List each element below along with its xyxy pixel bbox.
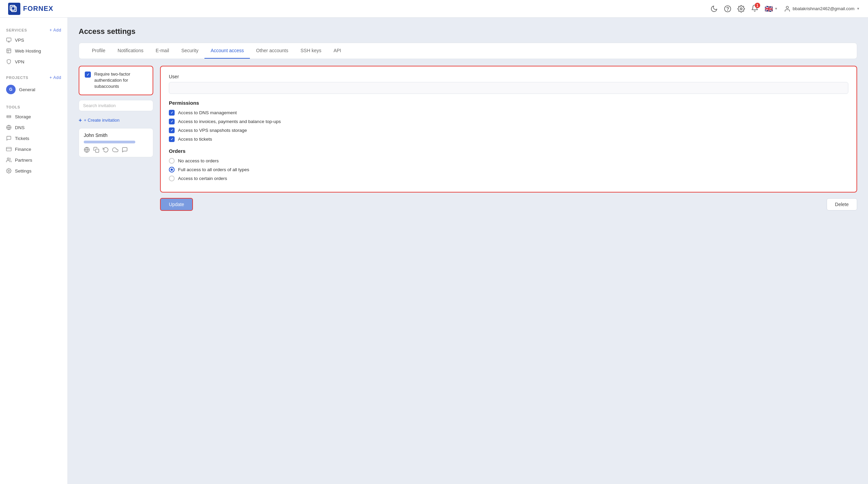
order-full-access-label: Full access to all orders of all types xyxy=(178,167,249,172)
services-label: SERVICES xyxy=(6,28,27,32)
user-icon xyxy=(784,5,791,12)
sidebar-item-general[interactable]: G General xyxy=(0,82,67,97)
tab-api[interactable]: API xyxy=(328,43,348,59)
delete-button[interactable]: Delete xyxy=(827,198,857,210)
perm-invoices-checkbox[interactable] xyxy=(169,119,175,124)
perm-tickets-checkbox[interactable] xyxy=(169,136,175,142)
dns-icon xyxy=(6,125,12,130)
user-input[interactable] xyxy=(169,82,848,94)
vpn-icon xyxy=(6,59,12,64)
tickets-label: Tickets xyxy=(15,136,29,141)
order-no-access[interactable]: No access to orders xyxy=(169,158,848,164)
language-selector[interactable]: 🇬🇧 ▼ xyxy=(765,5,778,13)
orders-section: Orders No access to orders Full access t… xyxy=(169,148,848,181)
settings-icon xyxy=(6,168,12,174)
user-field-label: User xyxy=(169,74,848,79)
finance-icon xyxy=(6,146,12,152)
tab-ssh-keys[interactable]: SSH keys xyxy=(294,43,327,59)
invitation-progress-bar xyxy=(84,141,135,143)
finance-label: Finance xyxy=(15,147,31,152)
add-project-button[interactable]: + Add xyxy=(50,75,61,80)
perm-dns-checkbox[interactable] xyxy=(169,110,175,116)
sidebar-item-tickets[interactable]: Tickets xyxy=(0,133,67,144)
add-service-button[interactable]: + Add xyxy=(50,28,61,33)
tab-notifications[interactable]: Notifications xyxy=(112,43,150,59)
notification-count: 1 xyxy=(755,3,760,8)
dark-mode-icon[interactable] xyxy=(710,5,718,13)
tools-section: TOOLS xyxy=(0,105,67,109)
partners-label: Partners xyxy=(15,158,32,163)
globe-icon[interactable] xyxy=(84,147,90,153)
order-certain-orders-radio[interactable] xyxy=(169,176,175,181)
user-account-button[interactable]: bbalakrishnan2462@gmail.com ▼ xyxy=(784,5,860,12)
require-2fa-card[interactable]: Require two-factor authentication for su… xyxy=(79,66,153,95)
plus-icon: + xyxy=(79,117,82,123)
tab-profile[interactable]: Profile xyxy=(86,43,112,59)
perm-vps-label: Access to VPS snapshots storage xyxy=(178,128,247,133)
notification-bell[interactable]: 1 xyxy=(751,4,758,13)
brand-logo-icon xyxy=(8,3,20,15)
tools-label: TOOLS xyxy=(6,105,20,109)
access-body: Require two-factor authentication for su… xyxy=(79,66,857,211)
sidebar-item-web-hosting[interactable]: Web Hosting xyxy=(0,45,67,56)
perm-vps-checkbox[interactable] xyxy=(169,127,175,133)
copy-icon[interactable] xyxy=(93,147,99,153)
create-invitation-button[interactable]: + + Create invitation xyxy=(79,115,153,126)
sidebar-item-finance[interactable]: Finance xyxy=(0,144,67,155)
invitation-name: John Smith xyxy=(84,133,148,138)
user-email: bbalakrishnan2462@gmail.com xyxy=(793,6,854,11)
main-content: Access settings Profile Notifications E-… xyxy=(68,18,868,484)
svg-rect-10 xyxy=(7,49,11,53)
chevron-down-icon: ▼ xyxy=(774,7,778,11)
page-title: Access settings xyxy=(79,27,857,36)
brand-name: FORNEX xyxy=(23,5,53,13)
order-no-access-radio[interactable] xyxy=(169,158,175,164)
tab-email[interactable]: E-mail xyxy=(150,43,175,59)
sidebar-item-vpn[interactable]: VPN xyxy=(0,56,67,67)
invitation-card[interactable]: John Smith xyxy=(79,128,153,157)
sidebar-item-partners[interactable]: Partners xyxy=(0,155,67,165)
sidebar-item-dns[interactable]: DNS xyxy=(0,122,67,133)
help-icon[interactable] xyxy=(724,5,731,13)
tab-security[interactable]: Security xyxy=(175,43,205,59)
left-panel: Require two-factor authentication for su… xyxy=(79,66,153,157)
svg-point-6 xyxy=(786,6,788,8)
orders-section-title: Orders xyxy=(169,148,848,154)
svg-rect-21 xyxy=(96,149,99,152)
update-button[interactable]: Update xyxy=(160,198,193,211)
partners-icon xyxy=(6,157,12,163)
svg-rect-7 xyxy=(6,38,11,41)
cloud-icon[interactable] xyxy=(112,147,118,153)
perm-vps: Access to VPS snapshots storage xyxy=(169,127,848,133)
order-full-access-radio[interactable] xyxy=(169,167,175,173)
brand-logo[interactable]: FORNEX xyxy=(8,3,53,15)
order-certain-orders[interactable]: Access to certain orders xyxy=(169,176,848,181)
nav-right: 1 🇬🇧 ▼ bbalakrishnan2462@gmail.com ▼ xyxy=(710,4,860,13)
require-2fa-text: Require two-factor authentication for su… xyxy=(94,71,147,90)
sidebar-item-storage[interactable]: Storage xyxy=(0,111,67,122)
sidebar-item-settings[interactable]: Settings xyxy=(0,165,67,176)
vpn-label: VPN xyxy=(15,59,24,64)
services-section: SERVICES + Add xyxy=(0,28,67,33)
web-hosting-label: Web Hosting xyxy=(15,48,41,54)
user-chevron-icon: ▼ xyxy=(856,7,860,11)
perm-tickets-label: Access to tickets xyxy=(178,137,212,142)
sidebar-item-vps[interactable]: VPS xyxy=(0,35,67,45)
bottom-actions: Update Delete xyxy=(160,198,857,211)
chat-icon[interactable] xyxy=(122,147,128,153)
svg-rect-15 xyxy=(6,147,12,151)
settings-nav-icon[interactable] xyxy=(737,5,745,13)
perm-dns-label: Access to DNS management xyxy=(178,110,237,115)
permissions-card: User Permissions Access to DNS managemen… xyxy=(160,66,857,193)
perm-tickets: Access to tickets xyxy=(169,136,848,142)
tab-account-access[interactable]: Account access xyxy=(204,43,250,59)
search-invitation-input[interactable] xyxy=(79,100,153,111)
svg-point-17 xyxy=(7,158,9,160)
refresh-icon[interactable] xyxy=(103,147,109,153)
general-avatar: G xyxy=(6,85,16,94)
projects-label: PROJECTS xyxy=(6,76,28,80)
order-full-access[interactable]: Full access to all orders of all types xyxy=(169,167,848,173)
tab-other-accounts[interactable]: Other accounts xyxy=(250,43,294,59)
require-2fa-checkbox[interactable] xyxy=(85,72,91,78)
tabs-bar: Profile Notifications E-mail Security Ac… xyxy=(79,43,857,59)
